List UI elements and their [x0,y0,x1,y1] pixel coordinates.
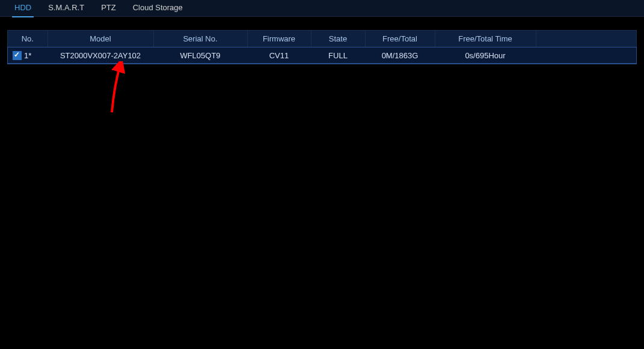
tab-ptz[interactable]: PTZ [93,0,124,17]
table-row[interactable]: 1* ST2000VX007-2AY102 WFL05QT9 CV11 FULL… [8,47,636,64]
cell-extra [536,47,636,64]
cell-firmware: CV11 [247,47,311,64]
tab-smart[interactable]: S.M.A.R.T [40,0,93,17]
col-header-no[interactable]: No. [8,31,48,47]
tabs-bar: HDD S.M.A.R.T PTZ Cloud Storage [0,0,644,17]
cell-state: FULL [311,47,365,64]
cell-free-total-time: 0s/695Hour [435,47,536,64]
col-header-firmware[interactable]: Firmware [247,31,311,47]
content-area: No. Model Serial No. Firmware State Free… [0,17,644,71]
row-checkbox[interactable] [13,51,22,60]
cell-no: 1* [24,51,31,60]
cell-model: ST2000VX007-2AY102 [48,47,153,64]
tab-hdd[interactable]: HDD [6,0,40,17]
col-header-free-total[interactable]: Free/Total [365,31,435,47]
col-header-extra [536,31,636,47]
tab-cloud-storage[interactable]: Cloud Storage [124,0,191,17]
cell-free-total: 0M/1863G [365,47,435,64]
col-header-state[interactable]: State [311,31,365,47]
col-header-model[interactable]: Model [48,31,153,47]
hdd-table: No. Model Serial No. Firmware State Free… [8,31,636,64]
hdd-table-wrapper: No. Model Serial No. Firmware State Free… [7,30,637,64]
col-header-free-total-time[interactable]: Free/Total Time [435,31,536,47]
col-header-serial[interactable]: Serial No. [153,31,247,47]
cell-serial: WFL05QT9 [153,47,247,64]
